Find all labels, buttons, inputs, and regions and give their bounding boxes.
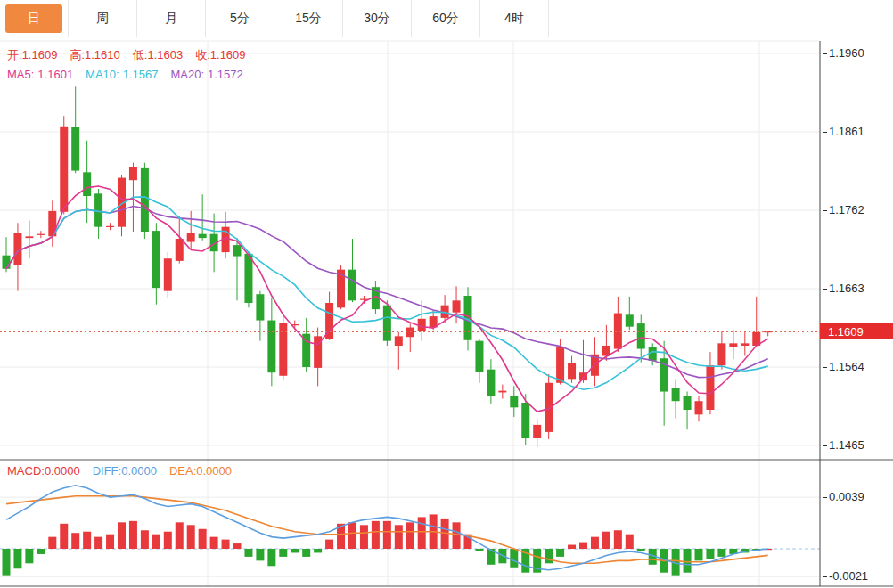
- macd-legend-label: DIFF:: [93, 464, 122, 478]
- candle-body: [706, 365, 714, 410]
- last-price-value: 1.1609: [828, 325, 864, 339]
- macd-bar: [164, 532, 172, 549]
- ohlc-item: 收:1.1609: [195, 48, 245, 61]
- macd-bar: [13, 549, 21, 568]
- candle-body: [510, 396, 518, 407]
- macd-bar: [602, 532, 610, 549]
- ma-label: MA10:: [86, 68, 119, 81]
- ma-label: MA20:: [170, 68, 204, 81]
- macd-bar: [406, 522, 414, 549]
- macd-bar: [684, 549, 692, 573]
- tick-value: 1.1663: [829, 282, 864, 295]
- tab-label: 5分: [230, 11, 250, 27]
- candle-body: [256, 294, 264, 320]
- macd-bar: [637, 549, 645, 551]
- tab-label: 30分: [364, 11, 390, 27]
- ma-item: MA20:1.1572: [170, 68, 242, 81]
- candle-body: [695, 401, 703, 414]
- tick-value: -0.0021: [829, 569, 868, 583]
- tick-mark: [823, 576, 827, 577]
- macd-bar: [199, 529, 207, 549]
- macd-bar: [453, 522, 461, 549]
- macd-bar: [360, 525, 368, 549]
- macd-bar: [106, 535, 114, 549]
- tick-mark: [823, 445, 827, 446]
- candle-body: [533, 425, 541, 438]
- macd-bar: [348, 522, 356, 549]
- macd-bar: [717, 549, 725, 557]
- macd-legend-label: DEA:: [169, 464, 196, 478]
- macd-bar: [291, 549, 299, 552]
- candle-body: [348, 270, 356, 301]
- macd-legend-item: DIFF:0.0000: [93, 464, 157, 478]
- candle-body: [741, 343, 749, 346]
- macd-legend-item: MACD:0.0000: [7, 464, 80, 478]
- macd-bar: [372, 521, 380, 549]
- candle-body: [60, 127, 68, 212]
- tick-mark: [823, 132, 827, 133]
- macd-bar: [233, 543, 242, 549]
- candle-body: [187, 233, 195, 242]
- macd-bar: [3, 549, 11, 576]
- ohlc-label: 高:: [70, 48, 85, 61]
- ma-label: MA5:: [7, 68, 34, 81]
- macd-bar: [579, 543, 587, 549]
- macd-bar: [591, 537, 599, 549]
- candle-body: [637, 323, 645, 348]
- last-price-badge: 1.1609: [820, 323, 893, 339]
- candle-body: [106, 226, 114, 227]
- ohlc-item: 开:1.1609: [7, 48, 57, 61]
- candle-body: [94, 193, 102, 226]
- macd-bar: [37, 549, 45, 554]
- price-axis-tick: 1.1861: [823, 125, 864, 138]
- tab-label: 60分: [432, 11, 459, 27]
- macd-bar: [279, 549, 287, 557]
- ma-value: 1.1567: [123, 68, 159, 81]
- ma-item: MA10:1.1567: [86, 68, 158, 81]
- tick-mark: [823, 210, 827, 211]
- macd-bar: [129, 521, 137, 549]
- price-axis-tick: 1.1564: [823, 360, 864, 373]
- tick-mark: [823, 497, 827, 498]
- macd-bar: [475, 549, 483, 551]
- ohlc-item: 高:1.1610: [70, 48, 119, 61]
- macd-bar: [256, 549, 264, 560]
- macd-legend-value: 0.0000: [121, 464, 157, 478]
- candle-body: [199, 234, 207, 238]
- ohlc-item: 低:1.1603: [133, 48, 183, 61]
- macd-bar: [302, 549, 310, 557]
- macd-bar: [395, 525, 403, 549]
- ohlc-value: 1.1610: [85, 48, 120, 61]
- macd-bar: [94, 537, 102, 549]
- macd-legend: MACD:0.0000DIFF:0.0000DEA:0.0000: [7, 464, 244, 478]
- macd-axis-tick: 0.0039: [823, 490, 864, 503]
- candle-body: [71, 127, 79, 171]
- macd-bar: [314, 549, 322, 552]
- ohlc-legend: 开:1.1609高:1.1610低:1.1603收:1.1609: [7, 47, 258, 63]
- candle-body: [176, 239, 184, 261]
- macd-bar: [556, 549, 564, 557]
- macd-axis-tick: -0.0021: [823, 569, 868, 583]
- macd-bar: [626, 535, 634, 549]
- macd-bar: [383, 521, 391, 549]
- price-axis-tick: 1.1762: [823, 203, 864, 216]
- tab-label: 15分: [295, 11, 322, 27]
- tick-value: 1.1564: [829, 360, 864, 373]
- kline-chart-app: 日周月5分15分30分60分4时 开:1.1609高:1.1610低:1.160…: [0, 0, 893, 588]
- price-axis-tick: 1.1663: [823, 282, 864, 295]
- macd-bar: [244, 549, 252, 557]
- tick-value: 1.1960: [829, 46, 864, 60]
- candle-body: [649, 347, 657, 361]
- candle-body: [141, 168, 149, 232]
- ma-value: 1.1601: [37, 68, 73, 81]
- candle-body: [729, 343, 737, 347]
- macd-legend-item: DEA:0.0000: [169, 464, 232, 478]
- candle-body: [626, 314, 634, 326]
- macd-bar: [695, 549, 703, 560]
- tab-label: 4时: [504, 11, 524, 27]
- macd-bar: [176, 522, 184, 549]
- macd-bar: [706, 549, 714, 559]
- macd-bar: [83, 532, 91, 549]
- ohlc-label: 收:: [195, 48, 210, 61]
- macd-bar: [325, 540, 333, 549]
